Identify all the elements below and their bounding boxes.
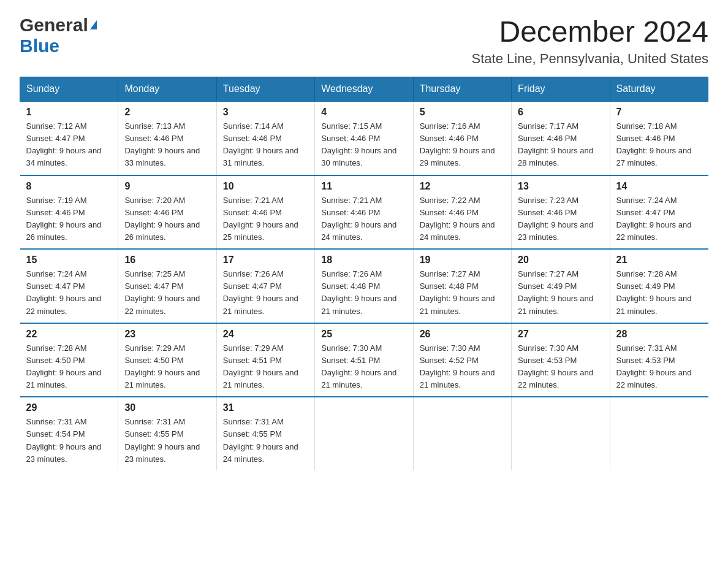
day-info: Sunrise: 7:16 AMSunset: 4:46 PMDaylight:… <box>420 120 505 170</box>
calendar-cell: 21Sunrise: 7:28 AMSunset: 4:49 PMDayligh… <box>610 249 708 323</box>
day-info: Sunrise: 7:13 AMSunset: 4:46 PMDaylight:… <box>124 120 210 170</box>
day-info: Sunrise: 7:30 AMSunset: 4:51 PMDaylight:… <box>321 342 406 392</box>
col-header-friday: Friday <box>512 77 610 102</box>
calendar-table: SundayMondayTuesdayWednesdayThursdayFrid… <box>20 77 708 470</box>
calendar-cell: 18Sunrise: 7:26 AMSunset: 4:48 PMDayligh… <box>315 249 413 323</box>
day-info: Sunrise: 7:31 AMSunset: 4:55 PMDaylight:… <box>223 416 308 465</box>
calendar-cell: 11Sunrise: 7:21 AMSunset: 4:46 PMDayligh… <box>315 175 413 250</box>
day-info: Sunrise: 7:24 AMSunset: 4:47 PMDaylight:… <box>616 194 702 244</box>
calendar-cell: 28Sunrise: 7:31 AMSunset: 4:53 PMDayligh… <box>610 323 708 397</box>
calendar-cell: 15Sunrise: 7:24 AMSunset: 4:47 PMDayligh… <box>20 249 118 323</box>
day-info: Sunrise: 7:23 AMSunset: 4:46 PMDaylight:… <box>518 194 603 244</box>
calendar-cell: 24Sunrise: 7:29 AMSunset: 4:51 PMDayligh… <box>216 323 314 397</box>
calendar-cell: 12Sunrise: 7:22 AMSunset: 4:46 PMDayligh… <box>413 175 511 250</box>
calendar-cell: 23Sunrise: 7:29 AMSunset: 4:50 PMDayligh… <box>118 323 216 397</box>
calendar-week-row: 29Sunrise: 7:31 AMSunset: 4:54 PMDayligh… <box>20 397 708 470</box>
day-info: Sunrise: 7:21 AMSunset: 4:46 PMDaylight:… <box>321 194 406 244</box>
calendar-cell: 1Sunrise: 7:12 AMSunset: 4:47 PMDaylight… <box>20 101 118 175</box>
day-number: 7 <box>616 107 702 118</box>
calendar-cell: 8Sunrise: 7:19 AMSunset: 4:46 PMDaylight… <box>20 175 118 250</box>
day-number: 26 <box>420 329 505 340</box>
calendar-cell <box>512 397 610 470</box>
day-number: 23 <box>124 329 210 340</box>
day-info: Sunrise: 7:29 AMSunset: 4:51 PMDaylight:… <box>223 342 308 392</box>
calendar-cell: 6Sunrise: 7:17 AMSunset: 4:46 PMDaylight… <box>512 101 610 175</box>
day-number: 12 <box>420 181 505 192</box>
month-title: December 2024 <box>472 15 708 48</box>
day-number: 20 <box>518 255 603 266</box>
day-number: 11 <box>321 181 406 192</box>
calendar-week-row: 8Sunrise: 7:19 AMSunset: 4:46 PMDaylight… <box>20 175 708 250</box>
day-number: 16 <box>124 255 210 266</box>
day-info: Sunrise: 7:24 AMSunset: 4:47 PMDaylight:… <box>26 268 112 318</box>
day-number: 31 <box>223 402 308 413</box>
calendar-cell: 26Sunrise: 7:30 AMSunset: 4:52 PMDayligh… <box>413 323 511 397</box>
day-number: 30 <box>124 402 210 413</box>
calendar-week-row: 22Sunrise: 7:28 AMSunset: 4:50 PMDayligh… <box>20 323 708 397</box>
calendar-cell: 30Sunrise: 7:31 AMSunset: 4:55 PMDayligh… <box>118 397 216 470</box>
day-number: 24 <box>223 329 308 340</box>
page-header: General Blue December 2024 State Line, P… <box>20 15 708 67</box>
day-number: 17 <box>223 255 308 266</box>
day-info: Sunrise: 7:30 AMSunset: 4:53 PMDaylight:… <box>518 342 603 392</box>
calendar-cell: 31Sunrise: 7:31 AMSunset: 4:55 PMDayligh… <box>216 397 314 470</box>
calendar-cell: 5Sunrise: 7:16 AMSunset: 4:46 PMDaylight… <box>413 101 511 175</box>
day-number: 14 <box>616 181 702 192</box>
logo-general-text: General <box>20 15 88 36</box>
day-info: Sunrise: 7:28 AMSunset: 4:50 PMDaylight:… <box>26 342 112 392</box>
day-number: 9 <box>124 181 210 192</box>
calendar-cell: 4Sunrise: 7:15 AMSunset: 4:46 PMDaylight… <box>315 101 413 175</box>
day-number: 13 <box>518 181 603 192</box>
day-info: Sunrise: 7:18 AMSunset: 4:46 PMDaylight:… <box>616 120 702 170</box>
col-header-wednesday: Wednesday <box>315 77 413 102</box>
day-info: Sunrise: 7:20 AMSunset: 4:46 PMDaylight:… <box>124 194 210 244</box>
day-info: Sunrise: 7:31 AMSunset: 4:55 PMDaylight:… <box>124 416 210 465</box>
day-info: Sunrise: 7:17 AMSunset: 4:46 PMDaylight:… <box>518 120 603 170</box>
day-number: 19 <box>420 255 505 266</box>
day-info: Sunrise: 7:26 AMSunset: 4:48 PMDaylight:… <box>321 268 406 318</box>
calendar-cell <box>610 397 708 470</box>
calendar-header-row: SundayMondayTuesdayWednesdayThursdayFrid… <box>20 77 708 102</box>
calendar-cell <box>315 397 413 470</box>
calendar-cell: 20Sunrise: 7:27 AMSunset: 4:49 PMDayligh… <box>512 249 610 323</box>
day-number: 25 <box>321 329 406 340</box>
day-number: 10 <box>223 181 308 192</box>
day-info: Sunrise: 7:22 AMSunset: 4:46 PMDaylight:… <box>420 194 505 244</box>
day-info: Sunrise: 7:14 AMSunset: 4:46 PMDaylight:… <box>223 120 308 170</box>
logo: General Blue <box>20 15 97 56</box>
location-subtitle: State Line, Pennsylvania, United States <box>472 51 708 67</box>
calendar-cell: 14Sunrise: 7:24 AMSunset: 4:47 PMDayligh… <box>610 175 708 250</box>
day-info: Sunrise: 7:27 AMSunset: 4:48 PMDaylight:… <box>420 268 505 318</box>
day-number: 4 <box>321 107 406 118</box>
calendar-week-row: 15Sunrise: 7:24 AMSunset: 4:47 PMDayligh… <box>20 249 708 323</box>
calendar-week-row: 1Sunrise: 7:12 AMSunset: 4:47 PMDaylight… <box>20 101 708 175</box>
day-number: 18 <box>321 255 406 266</box>
logo-blue-text: Blue <box>20 36 59 56</box>
col-header-thursday: Thursday <box>413 77 511 102</box>
col-header-sunday: Sunday <box>20 77 118 102</box>
col-header-monday: Monday <box>118 77 216 102</box>
day-info: Sunrise: 7:12 AMSunset: 4:47 PMDaylight:… <box>26 120 112 170</box>
day-number: 5 <box>420 107 505 118</box>
calendar-cell: 9Sunrise: 7:20 AMSunset: 4:46 PMDaylight… <box>118 175 216 250</box>
day-number: 28 <box>616 329 702 340</box>
calendar-cell: 7Sunrise: 7:18 AMSunset: 4:46 PMDaylight… <box>610 101 708 175</box>
title-block: December 2024 State Line, Pennsylvania, … <box>472 15 708 67</box>
calendar-cell: 13Sunrise: 7:23 AMSunset: 4:46 PMDayligh… <box>512 175 610 250</box>
day-number: 22 <box>26 329 112 340</box>
day-number: 2 <box>124 107 210 118</box>
day-info: Sunrise: 7:26 AMSunset: 4:47 PMDaylight:… <box>223 268 308 318</box>
calendar-cell: 3Sunrise: 7:14 AMSunset: 4:46 PMDaylight… <box>216 101 314 175</box>
calendar-cell: 17Sunrise: 7:26 AMSunset: 4:47 PMDayligh… <box>216 249 314 323</box>
calendar-cell: 10Sunrise: 7:21 AMSunset: 4:46 PMDayligh… <box>216 175 314 250</box>
day-number: 3 <box>223 107 308 118</box>
day-info: Sunrise: 7:27 AMSunset: 4:49 PMDaylight:… <box>518 268 603 318</box>
calendar-cell: 29Sunrise: 7:31 AMSunset: 4:54 PMDayligh… <box>20 397 118 470</box>
calendar-cell: 27Sunrise: 7:30 AMSunset: 4:53 PMDayligh… <box>512 323 610 397</box>
col-header-saturday: Saturday <box>610 77 708 102</box>
calendar-cell: 16Sunrise: 7:25 AMSunset: 4:47 PMDayligh… <box>118 249 216 323</box>
calendar-cell <box>413 397 511 470</box>
day-number: 27 <box>518 329 603 340</box>
logo-triangle-icon <box>90 20 97 29</box>
day-number: 29 <box>26 402 112 413</box>
